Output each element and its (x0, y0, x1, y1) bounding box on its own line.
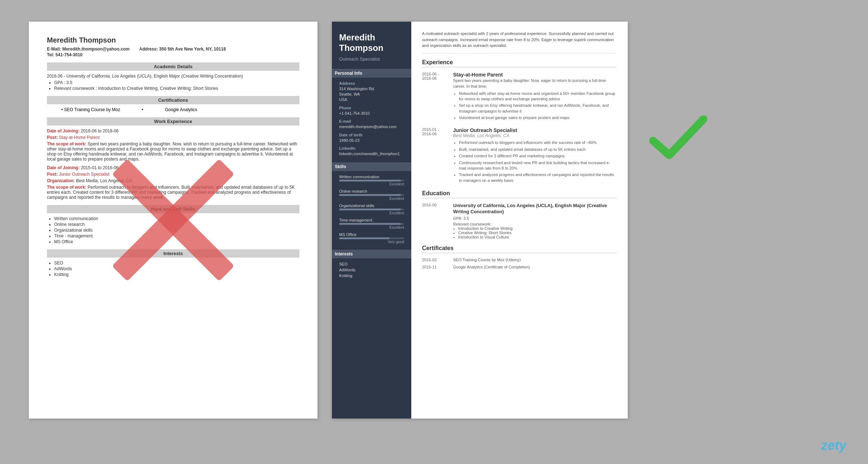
rj2-b3: Created content for 3 different PR and m… (459, 153, 617, 159)
interest-seo: SEO (339, 262, 404, 266)
cw-2: Creative Writing: Short Stories (458, 231, 617, 235)
right-job2-date: 2015-01 - 2016-06 (422, 127, 447, 184)
job2-scope: The scope of work: Performed outreach to… (47, 185, 299, 200)
dob-value: 1990-05-23 (339, 138, 404, 143)
job2-date: 2015-01 to 2016-06 (81, 165, 119, 170)
personal-info-title: Personal Info (332, 69, 411, 78)
interests-list: SEO AdWords Knitting (47, 261, 299, 277)
interest-1: SEO (54, 261, 299, 266)
tel-label: Tel: (47, 52, 54, 57)
phone-value: +1-541-754-3010 (339, 111, 404, 116)
job1-post-line: Post: Stay-at-Home Parent (47, 135, 299, 140)
job1-post-label: Post: (47, 135, 58, 140)
work-header: Work Experience (47, 117, 299, 126)
skill-org: Organizational skills Excellent (339, 203, 404, 215)
coursework-label: Relevant coursework: (453, 222, 617, 226)
coursework-item: Relevant coursework : Introduction to Cr… (54, 86, 299, 91)
edu-school: University of California, Los Angeles (U… (453, 203, 617, 215)
right-job2-company: Best Media, Los Angeles, CA (453, 133, 617, 138)
left-tel-line: Tel: 541-754-3010 (47, 52, 299, 57)
edu-date: 2016-06 (422, 203, 447, 239)
interest-knitting: Knitting (339, 273, 404, 278)
job2-post-line: Post: Junior Outreach Specialist (47, 172, 299, 177)
cert-1-date: 2016-02 (422, 258, 447, 262)
job2-date-line: Date of Joining: 2015-01 to 2016-06 (47, 165, 299, 170)
job2-post-label: Post: (47, 172, 58, 177)
linkedin-value: linkedin.com/meredith_thomphon1 (339, 151, 404, 157)
interest-2: AdWords (54, 266, 299, 271)
job2-org-label: Organization: (47, 178, 75, 183)
right-job1-date: 2016-06 - 2018-06 (422, 72, 447, 122)
academic-bullets: GPA : 3.5 Relevant coursework : Introduc… (47, 80, 299, 91)
right-job1-title: Stay-at-Home Parent (453, 72, 617, 78)
experience-title: Experience (422, 59, 617, 67)
right-job-2: 2015-01 - 2016-06 Junior Outreach Specia… (422, 127, 617, 184)
academic-text: 2016.06 - University of California, Los … (47, 74, 299, 79)
sidebar: MeredithThompson Outreach Specialist Per… (332, 22, 411, 419)
summary-text: A motivated outreach specialist with 2 y… (422, 31, 617, 53)
skill-ms: MS Office Very good (339, 232, 404, 244)
skill-4: Time - management (54, 233, 299, 238)
address-value: 350 5th Ave New York, NY, 10118 (159, 47, 226, 52)
email-label: E-Mail: (47, 47, 61, 52)
skills-list: Written communication Online research Or… (47, 216, 299, 244)
education-section: Education 2016-06 University of Californ… (422, 190, 617, 239)
address-line2: Seattle, WA (339, 92, 404, 97)
skills-section-title: Skills (332, 162, 411, 171)
rj2-b2: Built, maintained, and updated email dat… (459, 147, 617, 152)
tel-value: 541-754-3010 (56, 52, 83, 57)
certs-row: • SEO Training Course by Moz • Google An… (47, 107, 299, 112)
right-job1-desc: Spent two years parenting a baby daughte… (453, 78, 617, 89)
right-name: MeredithThompson (339, 32, 404, 53)
cert-2-date: 2015-11 (422, 265, 447, 269)
right-job1-details: Stay-at-Home Parent Spent two years pare… (453, 72, 617, 122)
cert-1-name: SEO Training Course by Moz (Udemy) (453, 258, 521, 262)
resume-bad-example: Meredith Thompson E-Mail: Meredith.thomp… (29, 22, 317, 419)
right-title: Outreach Specialist (339, 56, 404, 62)
job2-org: Best Media, Los Angeles, CA (76, 178, 132, 183)
email-value: Meredith.thompson@yahoo.com (62, 47, 130, 52)
right-job-1: 2016-06 - 2018-06 Stay-at-Home Parent Sp… (422, 72, 617, 122)
skill-online: Online research Excellent (339, 189, 404, 201)
rj2-b4: Continuously researched and tested new P… (459, 160, 617, 171)
left-job-1: Date of Joining: 2016-06 to 2018-06 Post… (47, 128, 299, 162)
job2-date-label: Date of Joining: (47, 165, 80, 170)
rj1-b2: Set up a shop on Etsy offering handmade … (459, 103, 617, 114)
green-check-icon (649, 115, 707, 162)
job1-date-label: Date of Joining: (47, 128, 80, 133)
job2-post: Junior Outreach Specialist (59, 172, 109, 177)
certs-title: Certificates (422, 245, 617, 253)
skill-time: Time-management Excellent (339, 218, 404, 229)
linkedin-label: LinkedIn (339, 146, 404, 150)
interest-adwords: AdWords (339, 268, 404, 272)
rj2-b5: Tracked and analyzed progress and effect… (459, 172, 617, 183)
edu-details: University of California, Los Angeles (U… (453, 203, 617, 239)
job2-scope-label: The scope of work: (47, 185, 86, 190)
experience-section: Experience 2016-06 - 2018-06 Stay-at-Hom… (422, 59, 617, 185)
address-line3: USA (339, 97, 404, 102)
academic-header: Academic Details (47, 62, 299, 71)
cert-2-entry: 2015-11 Google Analytics (Certificate of… (422, 265, 617, 269)
job1-date: 2016-06 to 2018-06 (81, 128, 119, 133)
resume-good-example: MeredithThompson Outreach Specialist Per… (332, 22, 628, 419)
job1-date-line: Date of Joining: 2016-06 to 2018-06 (47, 128, 299, 133)
rj1-b1: Networked with other stay-at-home moms a… (459, 91, 617, 102)
skills-header: Hard and Soft Skills (47, 205, 299, 213)
resume-good-wrapper: MeredithThompson Outreach Specialist Per… (332, 22, 628, 419)
right-job2-title: Junior Outreach Specialist (453, 127, 617, 133)
left-name: Meredith Thompson (47, 36, 299, 44)
address-label: Address: (139, 47, 158, 52)
address-line1: 314 Washington Rd. (339, 86, 404, 92)
job1-post: Stay-at-Home Parent (59, 135, 100, 140)
cert-1-entry: 2016-02 SEO Training Course by Moz (Udem… (422, 258, 617, 262)
rj2-b1: Performed outreach to bloggers and influ… (459, 140, 617, 145)
edu-1: 2016-06 University of California, Los An… (422, 203, 617, 239)
interests-section-title: Interests (332, 250, 411, 258)
right-job1-bullets: Networked with other stay-at-home moms a… (453, 91, 617, 121)
cert-2-name: Google Analytics (Certificate of Complet… (453, 265, 530, 269)
education-title: Education (422, 190, 617, 198)
edu-gpa: GPA: 3.5 (453, 216, 617, 220)
phone-label: Phone (339, 106, 404, 110)
zety-watermark: zety (821, 438, 846, 453)
cw-3: Introduction to Visual Culture (458, 235, 617, 239)
